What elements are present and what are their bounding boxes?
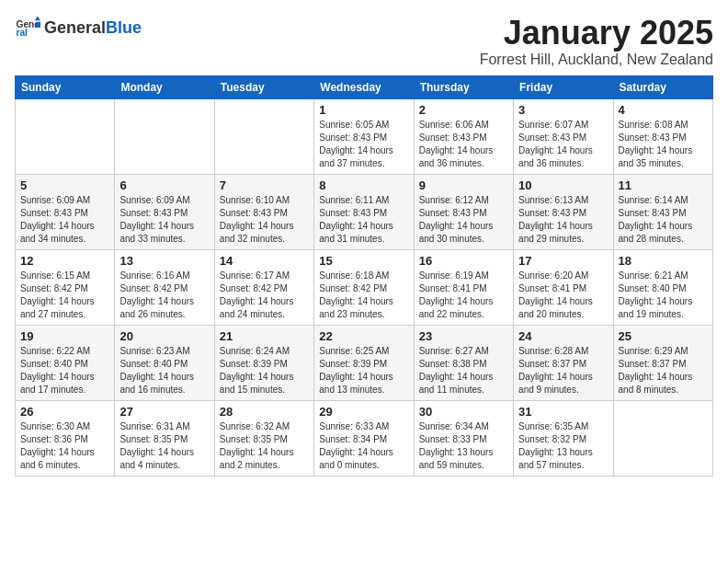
calendar-cell: 27Sunrise: 6:31 AM Sunset: 8:35 PM Dayli… [115,400,214,476]
day-number: 10 [518,178,608,192]
calendar-cell: 26Sunrise: 6:30 AM Sunset: 8:36 PM Dayli… [16,400,115,476]
day-number: 31 [518,405,608,419]
calendar-cell: 15Sunrise: 6:18 AM Sunset: 8:42 PM Dayli… [314,249,414,325]
calendar-cell: 16Sunrise: 6:19 AM Sunset: 8:41 PM Dayli… [414,249,513,325]
day-number: 28 [220,405,309,419]
day-info: Sunrise: 6:11 AM Sunset: 8:43 PM Dayligh… [319,194,408,246]
calendar-cell [115,98,214,174]
week-row-4: 19Sunrise: 6:22 AM Sunset: 8:40 PM Dayli… [16,325,713,400]
day-number: 2 [419,103,508,117]
weekday-tuesday: Tuesday [214,75,313,98]
weekday-thursday: Thursday [414,75,513,98]
day-number: 27 [119,405,209,419]
day-number: 1 [319,103,408,117]
calendar-cell: 8Sunrise: 6:11 AM Sunset: 8:43 PM Daylig… [314,174,414,249]
weekday-friday: Friday [514,75,613,98]
day-number: 17 [518,254,608,268]
day-info: Sunrise: 6:15 AM Sunset: 8:42 PM Dayligh… [20,270,109,321]
day-info: Sunrise: 6:21 AM Sunset: 8:40 PM Dayligh… [619,270,708,321]
day-number: 19 [20,329,109,343]
calendar-cell: 23Sunrise: 6:27 AM Sunset: 8:38 PM Dayli… [414,325,513,400]
day-info: Sunrise: 6:23 AM Sunset: 8:40 PM Dayligh… [119,345,209,396]
day-number: 8 [319,178,408,192]
day-number: 4 [619,103,708,117]
week-row-1: 1Sunrise: 6:05 AM Sunset: 8:43 PM Daylig… [16,98,713,174]
day-info: Sunrise: 6:18 AM Sunset: 8:42 PM Dayligh… [319,270,408,321]
weekday-header-row: SundayMondayTuesdayWednesdayThursdayFrid… [16,75,713,98]
calendar-cell: 5Sunrise: 6:09 AM Sunset: 8:43 PM Daylig… [16,174,115,249]
day-number: 5 [20,178,109,192]
day-number: 6 [119,178,209,192]
day-info: Sunrise: 6:35 AM Sunset: 8:32 PM Dayligh… [518,420,608,472]
svg-text:ral: ral [17,28,28,38]
day-info: Sunrise: 6:34 AM Sunset: 8:33 PM Dayligh… [419,420,508,472]
calendar-cell: 12Sunrise: 6:15 AM Sunset: 8:42 PM Dayli… [16,249,115,325]
day-info: Sunrise: 6:29 AM Sunset: 8:37 PM Dayligh… [619,345,708,396]
day-info: Sunrise: 6:13 AM Sunset: 8:43 PM Dayligh… [518,194,608,246]
calendar-cell: 4Sunrise: 6:08 AM Sunset: 8:43 PM Daylig… [613,98,712,174]
day-info: Sunrise: 6:31 AM Sunset: 8:35 PM Dayligh… [119,420,209,472]
day-number: 3 [518,103,608,117]
day-info: Sunrise: 6:24 AM Sunset: 8:39 PM Dayligh… [220,345,309,396]
calendar-table: SundayMondayTuesdayWednesdayThursdayFrid… [15,75,713,477]
day-info: Sunrise: 6:32 AM Sunset: 8:35 PM Dayligh… [220,420,309,472]
day-number: 14 [220,254,309,268]
day-number: 22 [319,329,408,343]
day-info: Sunrise: 6:07 AM Sunset: 8:43 PM Dayligh… [518,119,608,170]
location-subtitle: Forrest Hill, Auckland, New Zealand [480,52,713,68]
day-info: Sunrise: 6:09 AM Sunset: 8:43 PM Dayligh… [20,194,109,246]
day-info: Sunrise: 6:22 AM Sunset: 8:40 PM Dayligh… [20,345,109,396]
day-info: Sunrise: 6:09 AM Sunset: 8:43 PM Dayligh… [119,194,209,246]
day-info: Sunrise: 6:08 AM Sunset: 8:43 PM Dayligh… [619,119,708,170]
day-number: 9 [419,178,508,192]
page-header: Gene ral GeneralBlue January 2025 Forres… [15,15,713,68]
day-number: 21 [220,329,309,343]
calendar-cell: 7Sunrise: 6:10 AM Sunset: 8:43 PM Daylig… [214,174,313,249]
day-number: 29 [319,405,408,419]
calendar-cell: 24Sunrise: 6:28 AM Sunset: 8:37 PM Dayli… [514,325,613,400]
day-info: Sunrise: 6:27 AM Sunset: 8:38 PM Dayligh… [419,345,508,396]
calendar-cell: 19Sunrise: 6:22 AM Sunset: 8:40 PM Dayli… [16,325,115,400]
day-info: Sunrise: 6:30 AM Sunset: 8:36 PM Dayligh… [20,420,109,472]
day-info: Sunrise: 6:05 AM Sunset: 8:43 PM Dayligh… [319,119,408,170]
week-row-5: 26Sunrise: 6:30 AM Sunset: 8:36 PM Dayli… [16,400,713,476]
logo-icon: Gene ral [15,15,40,40]
calendar-cell: 25Sunrise: 6:29 AM Sunset: 8:37 PM Dayli… [613,325,712,400]
calendar-cell: 31Sunrise: 6:35 AM Sunset: 8:32 PM Dayli… [514,400,613,476]
svg-marker-2 [35,17,40,21]
day-info: Sunrise: 6:19 AM Sunset: 8:41 PM Dayligh… [419,270,508,321]
weekday-sunday: Sunday [16,75,115,98]
day-info: Sunrise: 6:06 AM Sunset: 8:43 PM Dayligh… [419,119,508,170]
day-info: Sunrise: 6:25 AM Sunset: 8:39 PM Dayligh… [319,345,408,396]
calendar-cell [16,98,115,174]
calendar-cell: 29Sunrise: 6:33 AM Sunset: 8:34 PM Dayli… [314,400,414,476]
calendar-cell: 21Sunrise: 6:24 AM Sunset: 8:39 PM Dayli… [214,325,313,400]
calendar-cell [613,400,712,476]
week-row-2: 5Sunrise: 6:09 AM Sunset: 8:43 PM Daylig… [16,174,713,249]
day-number: 15 [319,254,408,268]
day-number: 12 [20,254,109,268]
day-info: Sunrise: 6:12 AM Sunset: 8:43 PM Dayligh… [419,194,508,246]
day-info: Sunrise: 6:14 AM Sunset: 8:43 PM Dayligh… [619,194,708,246]
calendar-cell: 20Sunrise: 6:23 AM Sunset: 8:40 PM Dayli… [115,325,214,400]
weekday-monday: Monday [115,75,214,98]
calendar-cell: 22Sunrise: 6:25 AM Sunset: 8:39 PM Dayli… [314,325,414,400]
weekday-wednesday: Wednesday [314,75,414,98]
day-number: 30 [419,405,508,419]
calendar-cell: 18Sunrise: 6:21 AM Sunset: 8:40 PM Dayli… [613,249,712,325]
day-info: Sunrise: 6:17 AM Sunset: 8:42 PM Dayligh… [220,270,309,321]
day-info: Sunrise: 6:10 AM Sunset: 8:43 PM Dayligh… [220,194,309,246]
day-number: 16 [419,254,508,268]
week-row-3: 12Sunrise: 6:15 AM Sunset: 8:42 PM Dayli… [16,249,713,325]
day-number: 25 [619,329,708,343]
calendar-cell: 13Sunrise: 6:16 AM Sunset: 8:42 PM Dayli… [115,249,214,325]
calendar-cell: 11Sunrise: 6:14 AM Sunset: 8:43 PM Dayli… [613,174,712,249]
title-area: January 2025 Forrest Hill, Auckland, New… [480,15,713,68]
calendar-cell: 1Sunrise: 6:05 AM Sunset: 8:43 PM Daylig… [314,98,414,174]
weekday-saturday: Saturday [613,75,712,98]
day-number: 26 [20,405,109,419]
calendar-cell: 17Sunrise: 6:20 AM Sunset: 8:41 PM Dayli… [514,249,613,325]
day-number: 13 [119,254,209,268]
day-info: Sunrise: 6:28 AM Sunset: 8:37 PM Dayligh… [518,345,608,396]
day-number: 7 [220,178,309,192]
